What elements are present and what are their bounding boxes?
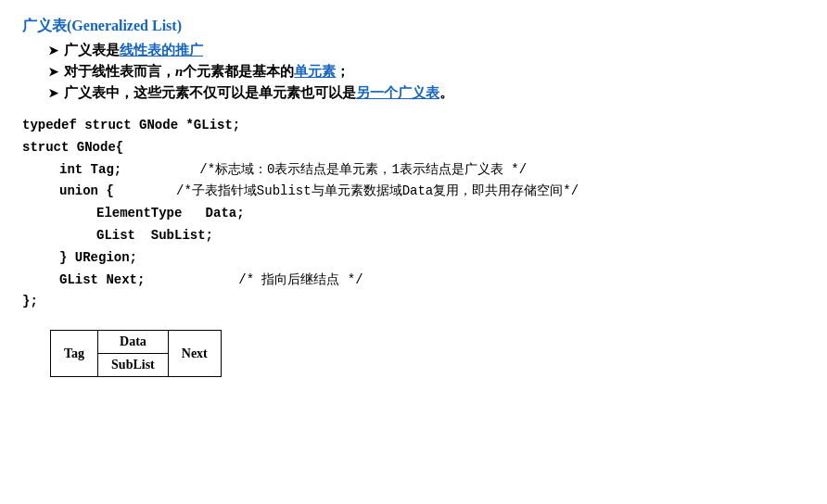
link-linear: 线性表的推广 — [120, 43, 203, 57]
cell-sublist: SubList — [98, 354, 169, 377]
cell-tag: Tag — [51, 331, 98, 377]
arrow-icon-3: ➤ — [48, 86, 58, 101]
struct-diagram: Tag Data Next SubList — [50, 330, 805, 377]
page-title: 广义表(Generalized List) — [22, 17, 805, 36]
bullet-text-1: 广义表是线性表的推广 — [64, 42, 203, 59]
code-line-3: int Tag; /*标志域：0表示结点是单元素，1表示结点是广义表 */ — [22, 159, 805, 182]
table-row: Tag Data Next — [51, 331, 222, 354]
link-another-glist: 另一个广义表 — [356, 85, 439, 100]
arrow-icon-2: ➤ — [48, 65, 58, 80]
code-line-8: GList Next; /* 指向后继结点 */ — [22, 270, 805, 292]
bullet-text-3: 广义表中，这些元素不仅可以是单元素也可以是另一个广义表。 — [64, 84, 453, 102]
cell-next: Next — [168, 331, 221, 377]
code-line-1: typedef struct GNode *GList; — [22, 115, 805, 137]
code-line-9: }; — [22, 291, 805, 313]
struct-table: Tag Data Next SubList — [50, 330, 222, 377]
bullet-item-3: ➤ 广义表中，这些元素不仅可以是单元素也可以是另一个广义表。 — [48, 84, 805, 102]
cell-data: Data — [98, 331, 169, 354]
code-line-5: ElementType Data; — [22, 203, 805, 225]
link-single-element: 单元素 — [294, 64, 336, 79]
bullet-text-2: 对于线性表而言，n个元素都是基本的单元素； — [64, 63, 350, 81]
bullet-item-2: ➤ 对于线性表而言，n个元素都是基本的单元素； — [48, 63, 805, 81]
bullet-list: ➤ 广义表是线性表的推广 ➤ 对于线性表而言，n个元素都是基本的单元素； ➤ 广… — [48, 42, 805, 102]
arrow-icon-1: ➤ — [48, 44, 58, 58]
bullet-item-1: ➤ 广义表是线性表的推广 — [48, 42, 805, 59]
code-line-4: union { /*子表指针域Sublist与单元素数据域Data复用，即共用存… — [22, 181, 805, 203]
code-line-7: } URegion; — [22, 247, 805, 270]
code-line-2: struct GNode{ — [22, 137, 805, 159]
code-line-6: GList SubList; — [22, 225, 805, 247]
code-block: typedef struct GNode *GList; struct GNod… — [22, 115, 805, 313]
